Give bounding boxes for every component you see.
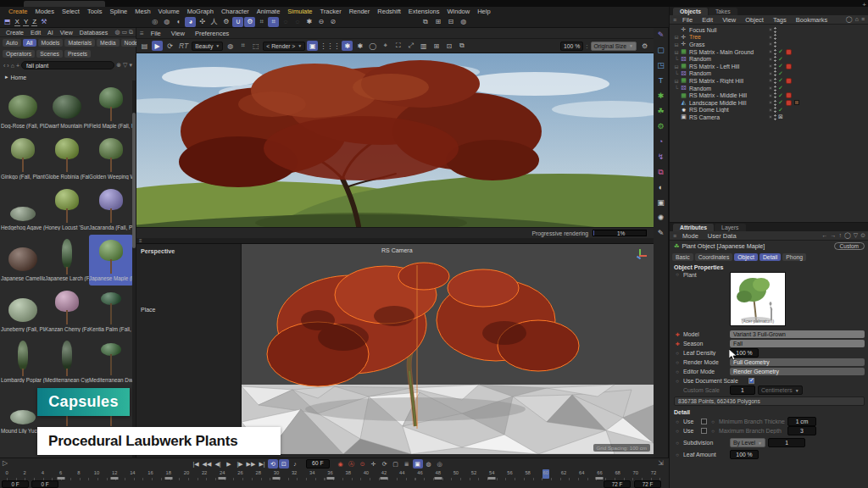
- simulate-circle-icon[interactable]: ◎: [149, 17, 160, 27]
- object-name[interactable]: RS Matrix - Middle Hill: [689, 92, 767, 98]
- goto-end-icon[interactable]: ▶|: [257, 459, 267, 469]
- attribute-tab[interactable]: Detail: [760, 253, 781, 261]
- visibility-toggles[interactable]: [769, 92, 776, 98]
- enabled-check-icon[interactable]: ✓: [778, 107, 783, 114]
- rectangle-spline-icon[interactable]: ▢: [657, 47, 665, 54]
- object-row[interactable]: ⊟ Tree ✓ ⊠ ⚑ ⚑: [670, 34, 868, 42]
- object-name[interactable]: Focus Null: [689, 27, 767, 33]
- home-icon[interactable]: ⌂: [11, 63, 14, 69]
- redshift-tag-icon[interactable]: [786, 92, 792, 98]
- tree-expand-icon[interactable]: ⊟: [673, 78, 680, 84]
- panel-tab[interactable]: Attributes: [673, 224, 714, 231]
- menu-item[interactable]: Volume: [155, 8, 183, 15]
- menu-item[interactable]: Window: [444, 8, 474, 15]
- record-frame-icon[interactable]: ◉: [336, 459, 346, 469]
- plant-item[interactable]: Japanese Maple (Fall, ...: [89, 235, 132, 286]
- object-name[interactable]: RS Matrix - Right Hill: [689, 78, 767, 84]
- axis-icon[interactable]: ⬒: [3, 18, 12, 25]
- visibility-dots[interactable]: [774, 107, 776, 113]
- tree-expand-icon[interactable]: └: [673, 86, 680, 91]
- half-sphere-icon[interactable]: ◐: [173, 17, 184, 27]
- record-scale-icon[interactable]: ▢: [391, 459, 401, 469]
- cube-primitive-icon[interactable]: ◳: [657, 62, 665, 69]
- magnet-gear-icon[interactable]: ⚙: [244, 17, 255, 27]
- layer-chip[interactable]: [769, 36, 772, 39]
- object-row[interactable]: └ Random ✓ ⊠ ⚑ ⚑: [670, 55, 868, 63]
- magnet-icon[interactable]: ∪: [232, 17, 243, 27]
- coordinate-system-icon[interactable]: ⚒: [40, 18, 47, 25]
- next-key-icon[interactable]: ▶▶: [246, 459, 256, 469]
- object-name[interactable]: Grass: [689, 42, 767, 47]
- browser-tab[interactable]: Media: [97, 39, 120, 47]
- browser-tab[interactable]: All: [23, 39, 36, 47]
- visibility-dots[interactable]: [774, 70, 776, 76]
- visibility-toggles[interactable]: [769, 49, 776, 55]
- max-branch-field[interactable]: 3: [787, 426, 816, 435]
- visibility-dots[interactable]: [774, 100, 776, 106]
- camera-tool-icon[interactable]: ▣: [657, 199, 665, 207]
- sound-icon[interactable]: ♪: [290, 459, 300, 469]
- prev-frame-icon[interactable]: ◀|: [213, 459, 223, 469]
- object-row[interactable]: ⊟ Grass ✓ ⊠ ⚑ ⚑: [670, 41, 868, 48]
- use-min-branch-checkbox[interactable]: [701, 419, 707, 424]
- browser-tab[interactable]: Models: [38, 39, 64, 47]
- render-settings-icon[interactable]: ⊟: [445, 17, 456, 27]
- use-max-branch-checkbox[interactable]: [701, 428, 707, 434]
- character-icon[interactable]: 人: [209, 17, 220, 27]
- menu-item[interactable]: View: [58, 30, 75, 36]
- plant-item[interactable]: Honey Locust 'Sunbur...: [45, 184, 89, 235]
- tree-expand-icon[interactable]: ⊟: [673, 34, 680, 40]
- layer-chip[interactable]: [769, 50, 772, 53]
- light-tool-icon[interactable]: ✺: [658, 214, 665, 222]
- hamburger-icon[interactable]: ≡: [673, 233, 676, 239]
- menu-item[interactable]: Character: [218, 8, 253, 15]
- forward-icon[interactable]: ›: [7, 63, 8, 69]
- layer-chip[interactable]: [769, 72, 772, 75]
- browser-subtab[interactable]: Operators: [3, 50, 35, 58]
- object-name[interactable]: RS Camera: [689, 114, 767, 120]
- object-row[interactable]: Focus Null ✓ ⊠ ⚑ ⚑: [670, 26, 868, 34]
- text-spline-icon[interactable]: T: [659, 77, 664, 85]
- enabled-check-icon[interactable]: ✓: [778, 92, 783, 99]
- loop-icon[interactable]: ⟲: [268, 459, 278, 469]
- visibility-toggles[interactable]: [769, 70, 776, 76]
- compare-icon[interactable]: ⤢: [405, 41, 416, 51]
- menu-item[interactable]: Preferences: [192, 30, 232, 37]
- menu-item[interactable]: Modes: [32, 8, 58, 15]
- param-dot-icon[interactable]: ○: [674, 351, 681, 356]
- menu-item[interactable]: Databases: [77, 30, 110, 36]
- panel-tab[interactable]: Objects: [673, 8, 708, 15]
- perspective-viewport[interactable]: RS Camera Grid Spacing: 100 cm: [242, 244, 654, 454]
- menu-item[interactable]: Simulate: [284, 8, 315, 15]
- redshift-tag-icon[interactable]: [786, 64, 792, 69]
- filter-icon[interactable]: ≡: [861, 16, 865, 23]
- object-row[interactable]: RS Matrix - Middle Hill ✓ ⊠ ⚑ ⚑: [670, 92, 868, 99]
- plant-preview[interactable]: (Acer palmatum): [730, 272, 786, 326]
- copy-icon[interactable]: ⧉: [456, 41, 467, 51]
- render-picture-icon[interactable]: ⊞: [432, 17, 443, 27]
- layer-chip[interactable]: [769, 94, 772, 97]
- history-forward-icon[interactable]: →: [830, 232, 836, 239]
- menu-item[interactable]: Render: [346, 8, 374, 15]
- menu-item[interactable]: AI: [45, 30, 56, 36]
- range-end-field-2[interactable]: 72 F: [634, 480, 661, 488]
- object-name[interactable]: RS Matrix - Left Hill: [689, 64, 767, 69]
- plant-item[interactable]: Mediterranean Cypres...: [45, 336, 89, 387]
- tree-expand-icon[interactable]: └: [673, 71, 680, 76]
- visibility-toggles[interactable]: [769, 64, 776, 69]
- preview-range-icon[interactable]: ⊡: [279, 459, 289, 469]
- disabled-cross-icon[interactable]: ⊠: [778, 114, 783, 120]
- slash-circle-icon[interactable]: ⊘: [327, 17, 338, 27]
- visibility-dots[interactable]: [774, 114, 776, 120]
- next-frame-icon[interactable]: |▶: [235, 459, 245, 469]
- object-row[interactable]: └ Random ✓ ⊠ ⚑ ⚑: [670, 70, 868, 78]
- visibility-dots[interactable]: [774, 34, 776, 40]
- menu-item[interactable]: Select: [58, 8, 83, 15]
- object-name[interactable]: RS Matrix - Main Ground: [689, 49, 767, 55]
- tree-expand-icon[interactable]: ⊟: [673, 42, 680, 47]
- attribute-tab[interactable]: Phong: [782, 253, 806, 261]
- aov-dropdown-icon[interactable]: ◍: [225, 41, 236, 51]
- range-start-field-2[interactable]: 0 F: [31, 480, 58, 488]
- visibility-toggles[interactable]: [769, 34, 776, 40]
- visibility-toggles[interactable]: [769, 56, 776, 62]
